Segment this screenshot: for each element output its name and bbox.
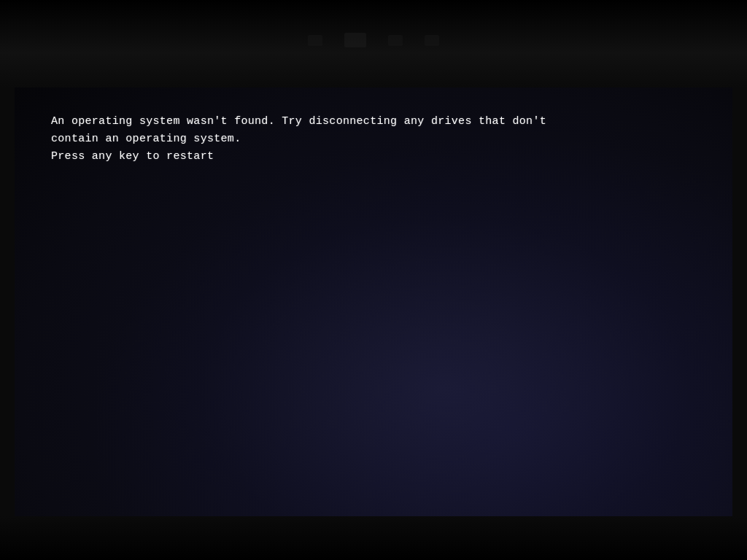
bezel-shape-4 (425, 35, 439, 46)
bezel-shape-3 (388, 35, 403, 46)
monitor-frame: An operating system wasn't found. Try di… (0, 0, 747, 560)
error-message-block: An operating system wasn't found. Try di… (51, 113, 696, 166)
bottom-bezel (0, 516, 747, 560)
bezel-decorations (308, 33, 439, 47)
bezel-shape-1 (308, 35, 322, 46)
monitor-screen: An operating system wasn't found. Try di… (15, 84, 732, 520)
error-line-1: An operating system wasn't found. Try di… (51, 113, 696, 131)
error-line-2: contain an operating system. (51, 131, 696, 148)
top-bezel (0, 0, 747, 88)
error-line-3: Press any key to restart (51, 148, 696, 166)
bezel-shape-2 (344, 33, 366, 47)
